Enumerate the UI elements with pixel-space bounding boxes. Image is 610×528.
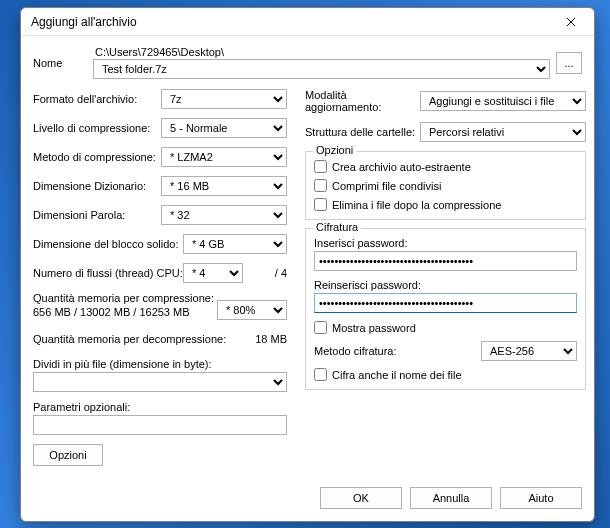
columns: Formato dell'archivio: 7z Livello di com… (33, 89, 582, 479)
update-label: Modalità aggiornamento: (305, 89, 420, 113)
name-label: Nome (33, 57, 93, 69)
method-select[interactable]: * LZMA2 (161, 147, 287, 167)
enc-names-checkbox[interactable] (314, 368, 327, 381)
options-button-label: Opzioni (49, 449, 86, 461)
ok-button[interactable]: OK (320, 487, 402, 509)
mem-decomp-label: Quantità memoria per decompressione: (33, 333, 255, 345)
footer: OK Annulla Aiuto (21, 483, 594, 521)
browse-button[interactable]: ... (556, 52, 582, 74)
window-title: Aggiungi all'archivio (31, 15, 137, 29)
mem-comp-detail: 656 MB / 13002 MB / 16253 MB (33, 306, 217, 320)
ok-label: OK (353, 492, 369, 504)
options-group: Opzioni Crea archivio auto-estraente Com… (305, 151, 586, 220)
params-label: Parametri opzionali: (33, 401, 287, 413)
word-select[interactable]: * 32 (161, 205, 287, 225)
shared-checkbox[interactable] (314, 179, 327, 192)
mem-decomp-value: 18 MB (255, 333, 287, 345)
name-row: Nome C:\Users\729465\Desktop\ Test folde… (33, 46, 582, 79)
split-label: Dividi in più file (dimensione in byte): (33, 358, 287, 370)
archive-path: C:\Users\729465\Desktop\ (93, 46, 550, 58)
pwd1-label: Inserisci password: (314, 237, 577, 249)
enc-method-label: Metodo cifratura: (314, 345, 475, 357)
shared-label: Comprimi file condivisi (332, 180, 441, 192)
sfx-label: Crea archivio auto-estraente (332, 161, 471, 173)
delete-label: Elimina i file dopo la compressione (332, 199, 501, 211)
sfx-checkbox[interactable] (314, 160, 327, 173)
password-confirm-input[interactable] (314, 293, 577, 313)
options-group-title: Opzioni (313, 144, 356, 156)
level-select[interactable]: 5 - Normale (161, 118, 287, 138)
close-icon (566, 17, 576, 27)
name-stack: C:\Users\729465\Desktop\ Test folder.7z (93, 46, 550, 79)
cancel-button[interactable]: Annulla (410, 487, 492, 509)
dialog-window: Aggiungi all'archivio Nome C:\Users\7294… (20, 7, 595, 522)
paths-label: Struttura delle cartelle: (305, 126, 420, 138)
pwd2-label: Reinserisci password: (314, 279, 577, 291)
threads-label: Numero di flussi (thread) CPU: (33, 267, 183, 279)
split-select[interactable] (33, 372, 287, 392)
cancel-label: Annulla (433, 492, 470, 504)
format-select[interactable]: 7z (161, 89, 287, 109)
mem-comp-row: Quantità memoria per compressione: 656 M… (33, 292, 287, 320)
paths-select[interactable]: Percorsi relativi (420, 122, 586, 142)
format-label: Formato dell'archivio: (33, 93, 161, 105)
help-button[interactable]: Aiuto (500, 487, 582, 509)
enc-method-select[interactable]: AES-256 (481, 341, 577, 361)
block-select[interactable]: * 4 GB (183, 234, 287, 254)
archive-filename-select[interactable]: Test folder.7z (93, 59, 550, 79)
close-button[interactable] (552, 10, 590, 34)
encryption-group-title: Cifratura (313, 221, 361, 233)
help-label: Aiuto (528, 492, 553, 504)
show-password-label: Mostra password (332, 322, 416, 334)
password-input[interactable] (314, 251, 577, 271)
encryption-group: Cifratura Inserisci password: Reinserisc… (305, 228, 586, 390)
dict-select[interactable]: * 16 MB (161, 176, 287, 196)
mem-comp-label: Quantità memoria per compressione: (33, 292, 217, 306)
delete-checkbox[interactable] (314, 198, 327, 211)
titlebar: Aggiungi all'archivio (21, 8, 594, 36)
mem-comp-select[interactable]: * 80% (217, 300, 287, 320)
dict-label: Dimensione Dizionario: (33, 180, 161, 192)
block-label: Dimensione del blocco solido: (33, 238, 183, 250)
browse-label: ... (564, 57, 573, 69)
options-button[interactable]: Opzioni (33, 444, 103, 466)
dialog-content: Nome C:\Users\729465\Desktop\ Test folde… (21, 36, 594, 483)
threads-max: / 4 (247, 267, 287, 279)
method-label: Metodo di compressione: (33, 151, 161, 163)
params-input[interactable] (33, 415, 287, 435)
enc-names-label: Cifra anche il nome dei file (332, 369, 462, 381)
threads-select[interactable]: * 4 (183, 263, 243, 283)
show-password-checkbox[interactable] (314, 321, 327, 334)
word-label: Dimensioni Parola: (33, 209, 161, 221)
left-column: Formato dell'archivio: 7z Livello di com… (33, 89, 287, 479)
right-column: Modalità aggiornamento: Aggiungi e sosti… (305, 89, 586, 479)
update-select[interactable]: Aggiungi e sostituisci i file (420, 91, 586, 111)
level-label: Livello di compressione: (33, 122, 161, 134)
